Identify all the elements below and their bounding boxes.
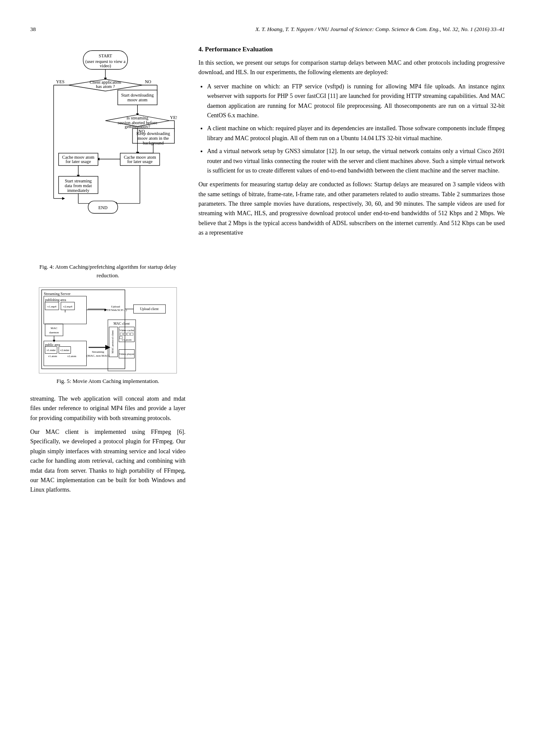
svg-text:Upload: Upload — [111, 305, 120, 308]
section4-heading: 4. Performance Evaluation — [198, 46, 505, 53]
svg-text:v2.atom: v2.atom — [67, 355, 76, 358]
svg-text:v1.mp4: v1.mp4 — [47, 305, 57, 308]
left-para1: streaming. The web application will conc… — [30, 394, 186, 423]
fig4-container: START (user request to view a video) Cli… — [39, 46, 177, 259]
svg-text:Start downloading: Start downloading — [121, 93, 154, 97]
svg-rect-95 — [130, 333, 133, 336]
left-para2: Our MAC client is implemented using FFmp… — [30, 427, 186, 495]
svg-text:Streaming Server: Streaming Server — [44, 292, 71, 296]
two-column-layout: START (user request to view a video) Cli… — [30, 46, 505, 499]
svg-text:video): video) — [100, 63, 111, 69]
svg-text:Video cache: Video cache — [120, 329, 134, 332]
svg-text:v2.mdat: v2.mdat — [60, 349, 69, 352]
svg-text:MAC protocol client: MAC protocol client — [111, 330, 114, 354]
svg-rect-71 — [45, 324, 63, 336]
svg-text:(MAC, non-MAC): (MAC, non-MAC) — [87, 354, 109, 358]
svg-text:daemon: daemon — [49, 331, 59, 334]
svg-text:for later usage: for later usage — [66, 159, 91, 164]
svg-text:v2.mp4: v2.mp4 — [63, 305, 72, 308]
fig5-container: Streaming Server publishing area v1.mp4 … — [39, 287, 177, 373]
fig4-svg: START (user request to view a video) Cli… — [39, 46, 177, 257]
svg-text:Start streaming: Start streaming — [65, 179, 91, 183]
svg-text:Video player: Video player — [119, 353, 135, 356]
fig4-caption: Fig. 4: Atom Caching/prefetching algorit… — [30, 263, 186, 279]
journal-citation: X. T. Hoang, T. T. Nguyen / VNU Journal … — [255, 26, 505, 33]
svg-text:END: END — [98, 205, 107, 210]
bullet-item-1: A server machine on which: an FTP servic… — [207, 82, 505, 121]
svg-text:v1.atom: v1.atom — [122, 338, 132, 341]
left-column: START (user request to view a video) Cli… — [30, 46, 186, 499]
svg-text:for later usage: for later usage — [127, 159, 153, 164]
svg-text:MAC client: MAC client — [113, 322, 130, 326]
right-column: 4. Performance Evaluation In this sectio… — [198, 46, 505, 499]
svg-text:MAC: MAC — [50, 326, 57, 329]
svg-text:public area: public area — [45, 343, 60, 347]
svg-text:START: START — [99, 53, 113, 58]
bullet-item-3: And a virtual network setup by GNS3 simu… — [207, 147, 505, 176]
header: 38 X. T. Hoang, T. T. Nguyen / VNU Journ… — [30, 26, 505, 33]
svg-text:Streaming: Streaming — [92, 351, 104, 354]
bullet-item-2: A client machine on which: required play… — [207, 124, 505, 143]
svg-text:has atom ?: has atom ? — [96, 84, 115, 89]
svg-rect-92 — [120, 333, 123, 336]
svg-text:v1.mdat: v1.mdat — [47, 349, 56, 352]
svg-text:publishing area: publishing area — [45, 298, 66, 302]
svg-text:v1.atom: v1.atom — [48, 355, 57, 358]
svg-text:YES: YES — [56, 79, 65, 84]
section4-intro: In this section, we present our setups f… — [198, 58, 505, 78]
svg-text:NO: NO — [138, 129, 145, 134]
bullet-list: A server machine on which: an FTP servic… — [207, 82, 505, 176]
svg-text:Upload client: Upload client — [140, 307, 159, 311]
fig5-svg: Streaming Server publishing area v1.mp4 … — [39, 287, 177, 373]
svg-text:NO: NO — [145, 79, 151, 84]
fig5-caption: Fig. 5: Movie Atom Caching implementatio… — [30, 377, 186, 386]
left-text: streaming. The web application will conc… — [30, 394, 186, 495]
svg-text:moov atom: moov atom — [127, 97, 147, 102]
page: 38 X. T. Hoang, T. T. Nguyen / VNU Journ… — [0, 0, 535, 756]
svg-text:data from mdat: data from mdat — [65, 183, 92, 188]
svg-text:YES: YES — [170, 115, 177, 120]
page-number: 38 — [30, 26, 36, 33]
svg-text:immediately: immediately — [67, 188, 90, 193]
svg-text:(FTP/Web/SCP/...): (FTP/Web/SCP/...) — [104, 309, 127, 312]
svg-rect-94 — [127, 333, 130, 336]
section4-para2: Our experiments for measuring startup de… — [198, 180, 505, 238]
